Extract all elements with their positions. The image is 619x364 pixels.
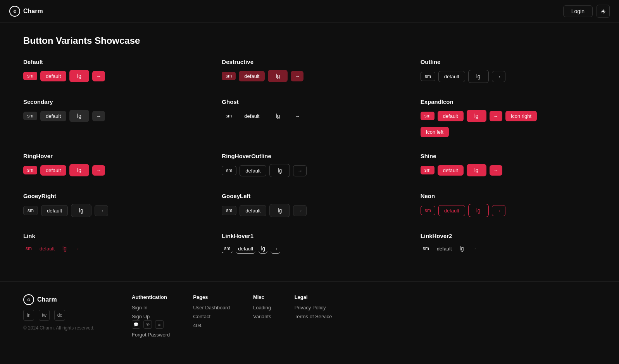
variant-default: Default sm default lg → [23,59,198,83]
gooeyright-icon-button[interactable]: → [95,205,108,216]
footer-link-signin[interactable]: Sign In [132,305,170,311]
footer-link-loading[interactable]: Loading [253,305,271,311]
neon-lg-button[interactable]: lg [468,204,489,217]
shine-icon-button[interactable]: → [490,165,502,176]
default-sm-button[interactable]: sm [23,72,37,80]
ringhover-lg-button[interactable]: lg [69,164,89,176]
gooeyleft-default-button[interactable]: default [240,205,266,216]
linkhover1-default-button[interactable]: default [236,244,255,254]
linkhover1-lg-button[interactable]: lg [259,244,267,254]
footer-socials: in tw dc [23,310,109,321]
linkhover2-lg-button[interactable]: lg [457,244,466,253]
shine-lg-button[interactable]: lg [467,164,486,176]
variant-neon: Neon sm default lg → [421,193,596,217]
footer-col-authentication-title: Authentication [132,294,170,300]
gooeyright-sm-button[interactable]: sm [23,206,38,215]
neon-sm-button[interactable]: sm [421,206,435,215]
ghost-icon-button[interactable]: → [291,111,303,121]
theme-toggle-button[interactable]: ☀ [597,5,610,18]
variant-shine: Shine sm default lg → [421,153,596,177]
expandicon-iconright-button[interactable]: Icon right [505,111,537,121]
eye-icon: 👁 [143,320,152,329]
secondary-default-button[interactable]: default [40,111,66,121]
header-right: Login ☀ [563,5,610,18]
variant-gooeyleft-row: sm default lg → [222,204,397,217]
footer-link-forgotpassword[interactable]: Forgot Password [132,332,170,338]
expandicon-arrow-button[interactable]: → [490,111,502,121]
linkedin-icon[interactable]: in [23,310,34,321]
neon-default-button[interactable]: default [438,205,465,216]
shine-sm-button[interactable]: sm [421,166,435,174]
showcase-grid: Default sm default lg → Destructive sm d… [23,59,596,254]
neon-icon-button[interactable]: → [492,205,505,216]
expandicon-iconleft-button[interactable]: Icon left [421,127,449,137]
outline-sm-button[interactable]: sm [421,72,435,81]
ringhover-sm-button[interactable]: sm [23,166,37,174]
footer: ⊙ Charm in tw dc © 2024 Charm. All right… [0,281,619,350]
gooeyleft-lg-button[interactable]: lg [269,204,290,217]
login-button[interactable]: Login [563,5,593,17]
destructive-lg-button[interactable]: lg [268,70,288,82]
ghost-sm-button[interactable]: sm [222,112,236,120]
gooeyleft-sm-button[interactable]: sm [222,206,236,215]
ringhovertoutline-sm-button[interactable]: sm [222,166,236,175]
footer-link-contact[interactable]: Contact [193,314,230,319]
link-default-button[interactable]: default [37,244,57,253]
linkhover1-sm-button[interactable]: sm [222,244,233,253]
expandicon-default-button[interactable]: default [438,111,464,121]
destructive-default-button[interactable]: default [239,71,265,81]
footer-link-dashboard[interactable]: User Dashboard [193,305,230,311]
ringhovertoutline-default-button[interactable]: default [240,165,266,176]
link-lg-button[interactable]: lg [60,244,69,253]
variant-destructive: Destructive sm default lg → [222,59,397,83]
default-lg-button[interactable]: lg [69,70,89,82]
linkhover2-sm-button[interactable]: sm [421,244,431,253]
expandicon-sm-button[interactable]: sm [421,112,435,120]
link-icon-button[interactable]: → [72,244,82,253]
footer-link-404[interactable]: 404 [193,323,230,328]
outline-default-button[interactable]: default [438,71,465,82]
destructive-sm-button[interactable]: sm [222,72,236,80]
default-default-button[interactable]: default [40,71,66,81]
secondary-lg-button[interactable]: lg [69,110,89,122]
page-title: Button Variants Showcase [23,35,596,46]
footer-misc-links: Loading Variants [253,305,271,319]
footer-link-signup[interactable]: Sign Up 💬 👁 ≡ [132,314,170,329]
variant-default-title: Default [23,59,198,65]
outline-icon-button[interactable]: → [492,71,505,82]
destructive-icon-button[interactable]: → [291,71,303,81]
ringhover-icon-button[interactable]: → [92,165,105,176]
footer-link-variants[interactable]: Variants [253,314,271,319]
linkhover2-icon-button[interactable]: → [469,244,479,253]
ringhover-default-button[interactable]: default [40,165,66,176]
outline-lg-button[interactable]: lg [468,70,489,83]
twitter-icon[interactable]: tw [39,310,50,321]
variant-ghost: Ghost sm default lg → [222,98,397,137]
secondary-icon-button[interactable]: → [92,111,105,121]
gooeyright-default-button[interactable]: default [41,205,68,216]
default-icon-button[interactable]: → [92,71,105,81]
gooeyright-lg-button[interactable]: lg [71,204,91,217]
ghost-lg-button[interactable]: lg [268,110,288,122]
footer-link-terms[interactable]: Terms of Service [295,314,332,319]
variant-expandicon: ExpandIcon sm default lg → Icon right Ic… [421,98,596,137]
footer-link-privacy[interactable]: Privacy Policy [295,305,332,311]
link-sm-button[interactable]: sm [23,244,34,253]
variant-outline-row: sm default lg → [421,70,596,83]
ringhovertoutline-lg-button[interactable]: lg [269,164,290,177]
secondary-sm-button[interactable]: sm [23,112,37,120]
shine-default-button[interactable]: default [438,165,464,176]
linkhover1-icon-button[interactable]: → [271,244,280,254]
ringhovertoutline-icon-button[interactable]: → [293,165,307,176]
discord-icon[interactable]: dc [54,310,65,321]
footer-col-pages: Pages User Dashboard Contact 404 [193,294,230,338]
footer-col-legal-title: Legal [295,294,332,300]
variant-ringhovertoutline-title: RingHoverOutline [222,153,397,159]
footer-col-legal: Legal Privacy Policy Terms of Service [295,294,332,338]
gooeyleft-icon-button[interactable]: → [293,205,307,216]
linkhover2-default-button[interactable]: default [435,244,454,253]
expandicon-lg-button[interactable]: lg [467,110,486,122]
ghost-default-button[interactable]: default [239,111,265,121]
main-content: Button Variants Showcase Default sm defa… [0,23,619,281]
variant-expandicon-row: sm default lg → Icon right [421,110,596,122]
